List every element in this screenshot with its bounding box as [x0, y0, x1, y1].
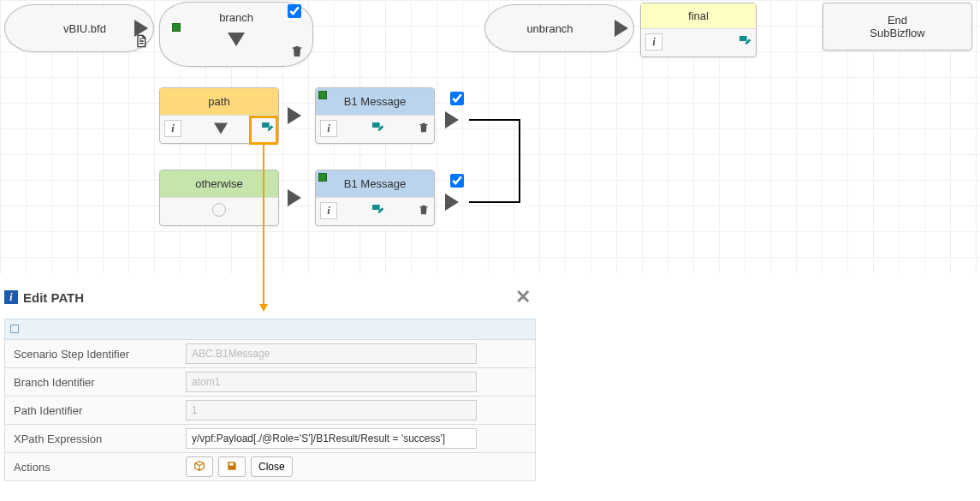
actions-label: Actions	[5, 456, 181, 479]
annotation-arrow-line	[263, 145, 264, 304]
connector-line	[519, 119, 520, 203]
play-icon[interactable]	[288, 189, 301, 206]
path-node[interactable]: path	[159, 87, 279, 144]
edit-icon[interactable]	[738, 34, 751, 51]
otherwise-title-bar: otherwise	[160, 170, 278, 198]
path-id-input	[186, 400, 477, 420]
end-label-line1: End	[888, 14, 907, 27]
edit-icon[interactable]	[371, 121, 384, 137]
package-button[interactable]	[186, 456, 213, 477]
unbranch-label: unbranch	[485, 22, 615, 35]
otherwise-node[interactable]: otherwise	[159, 170, 279, 226]
connector-line	[469, 119, 520, 121]
row-path-identifier: Path Identifier	[4, 397, 536, 425]
xpath-label: XPath Expression	[5, 427, 181, 450]
expand-toggle-icon[interactable]	[10, 325, 19, 333]
chevron-down-icon[interactable]	[228, 33, 245, 46]
status-indicator-icon	[318, 173, 327, 182]
edit-path-panel: i Edit PATH ✕ Scenario Step Identifier B…	[4, 286, 536, 481]
circle-icon	[212, 203, 226, 217]
annotation-arrowhead-icon	[259, 304, 268, 312]
chevron-down-icon[interactable]	[214, 123, 228, 134]
close-icon[interactable]: ✕	[515, 286, 531, 308]
save-button[interactable]	[218, 456, 246, 477]
end-subbizflow-node[interactable]: End SubBizflow	[823, 3, 972, 51]
close-button[interactable]: Close	[251, 456, 293, 477]
path-label: path	[208, 95, 229, 108]
branch-id-input	[186, 372, 477, 392]
info-icon[interactable]	[320, 202, 337, 219]
document-icon[interactable]	[133, 33, 150, 50]
path-title-bar: path	[160, 88, 278, 116]
b1msg2-label: B1 Message	[344, 177, 406, 190]
status-indicator-icon	[172, 23, 181, 32]
vbiu-node[interactable]: vBIU.bfd	[4, 4, 154, 52]
trash-icon[interactable]	[418, 204, 430, 218]
connector-line	[469, 201, 520, 203]
row-actions: Actions Close	[4, 453, 536, 481]
play-icon[interactable]	[445, 194, 459, 211]
scenario-step-input	[186, 343, 477, 364]
trash-icon[interactable]	[418, 122, 430, 136]
path-id-label: Path Identifier	[5, 399, 181, 422]
row-xpath-expression: XPath Expression	[4, 425, 536, 453]
info-icon[interactable]	[164, 120, 181, 137]
scenario-step-label: Scenario Step Identifier	[5, 343, 181, 366]
otherwise-label: otherwise	[195, 177, 243, 190]
xpath-input[interactable]	[186, 428, 477, 449]
play-icon[interactable]	[445, 111, 459, 128]
play-icon[interactable]	[288, 107, 301, 124]
vbiu-label: vBIU.bfd	[5, 22, 134, 35]
final-node[interactable]: final	[640, 3, 757, 57]
panel-header: i Edit PATH ✕	[4, 286, 536, 308]
edit-icon[interactable]	[260, 121, 274, 137]
b1msg1-label: B1 Message	[344, 95, 406, 108]
branch-checkbox[interactable]	[288, 4, 301, 18]
b1msg2-title-bar: B1 Message	[316, 170, 434, 198]
trash-icon[interactable]	[290, 45, 304, 61]
info-icon[interactable]	[645, 33, 662, 51]
panel-title: Edit PATH	[23, 290, 84, 305]
end-label-line2: SubBizflow	[870, 27, 924, 39]
info-square-icon: i	[4, 290, 18, 304]
status-indicator-icon	[318, 91, 327, 99]
branch-node[interactable]: branch	[159, 2, 313, 67]
b1-message-node-2[interactable]: B1 Message	[315, 170, 435, 226]
b1-message-node-1[interactable]: B1 Message	[315, 87, 435, 144]
b1msg1-checkbox[interactable]	[450, 92, 464, 105]
final-label: final	[688, 9, 709, 22]
branch-id-label: Branch Identifier	[5, 371, 181, 394]
final-title-bar: final	[641, 3, 756, 29]
b1msg2-checkbox[interactable]	[450, 174, 464, 188]
row-scenario-step-identifier: Scenario Step Identifier	[4, 340, 536, 368]
panel-toolbar	[4, 319, 536, 340]
row-branch-identifier: Branch Identifier	[4, 368, 536, 397]
edit-icon[interactable]	[371, 203, 384, 219]
b1msg1-title-bar: B1 Message	[316, 88, 434, 116]
unbranch-node[interactable]: unbranch	[484, 4, 634, 52]
info-icon[interactable]	[320, 120, 337, 137]
play-icon[interactable]	[615, 20, 628, 37]
